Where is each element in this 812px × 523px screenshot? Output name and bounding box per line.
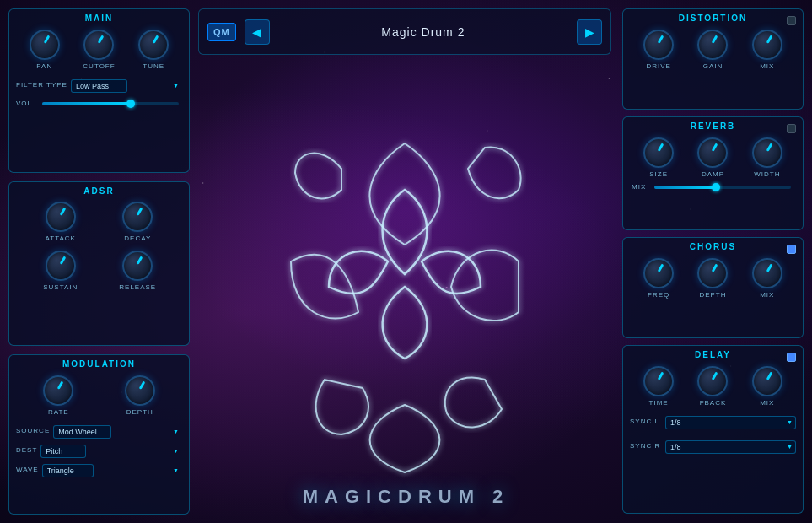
reverb-mix-row: MIX xyxy=(623,183,803,197)
chorus-mix-knob[interactable] xyxy=(752,258,782,288)
sync-l-select[interactable]: 1/8 1/4 1/16 1/2 3/8 xyxy=(665,416,796,429)
qm-badge: QM xyxy=(207,23,236,41)
petal-center-bottom xyxy=(383,287,428,359)
sync-r-select[interactable]: 1/8 1/4 1/16 1/2 3/8 xyxy=(665,440,796,454)
vol-label: VOL xyxy=(16,100,32,107)
source-select[interactable]: Mod Wheel LFO Velocity Aftertouch xyxy=(53,425,111,439)
delay-indicator[interactable] xyxy=(787,353,796,362)
mod-depth-knob-container: DEPTH xyxy=(125,375,155,416)
delay-knob-row: TIME FBACK MIX xyxy=(623,361,803,412)
sync-l-wrapper: 1/8 1/4 1/16 1/2 3/8 xyxy=(665,413,796,429)
reverb-mix-thumb[interactable] xyxy=(712,183,720,191)
release-container: RELEASE xyxy=(104,251,173,291)
tune-knob[interactable] xyxy=(138,30,169,60)
chorus-depth-knob[interactable] xyxy=(697,258,728,288)
cutoff-knob-container: CUTOFF xyxy=(83,30,115,70)
chorus-depth-label: DEPTH xyxy=(699,291,726,299)
width-knob-container: WIDTH xyxy=(752,137,782,178)
vol-row: VOL xyxy=(9,94,189,116)
mod-depth-label: DEPTH xyxy=(126,408,153,416)
source-wrapper: Mod Wheel LFO Velocity Aftertouch xyxy=(53,423,182,439)
release-label: RELEASE xyxy=(119,283,156,291)
dest-select[interactable]: Pitch Filter Volume Pan xyxy=(40,445,86,458)
attack-label: ATTACK xyxy=(46,235,76,242)
preset-name: Magic Drum 2 xyxy=(278,25,568,39)
chorus-knob-row: FREQ DEPTH MIX xyxy=(623,253,803,304)
chorus-mix-label: MIX xyxy=(760,291,774,299)
prev-button[interactable]: ◀ xyxy=(245,19,270,45)
next-button[interactable]: ▶ xyxy=(577,19,602,45)
tune-knob-container: TUNE xyxy=(138,30,169,70)
main-knob-row: PAN CUTOFF TUNE xyxy=(9,24,189,75)
decay-knob[interactable] xyxy=(122,202,153,232)
delay-mix-knob[interactable] xyxy=(752,366,782,396)
chorus-indicator[interactable] xyxy=(787,245,796,254)
fback-knob-container: FBACK xyxy=(697,366,728,407)
wave-row: WAVE Triangle Sine Square Sawtooth xyxy=(9,460,189,479)
width-knob[interactable] xyxy=(752,137,782,168)
freq-knob[interactable] xyxy=(643,258,674,288)
filter-type-row: FILTER TYPE Low Pass High Pass Band Pass… xyxy=(9,75,189,94)
dest-wrapper: Pitch Filter Volume Pan xyxy=(40,442,182,458)
mod-panel: MODULATION RATE DEPTH SOURCE Mod Wheel L… xyxy=(8,354,190,515)
delay-mix-label: MIX xyxy=(760,399,774,407)
chorus-mix-knob-container: MIX xyxy=(752,258,782,299)
mod-title: MODULATION xyxy=(9,355,189,370)
decay-container: DECAY xyxy=(104,202,173,242)
main-panel: MAIN PAN CUTOFF TUNE FILTER TYPE Low Pas… xyxy=(8,8,190,173)
chorus-title: CHORUS xyxy=(623,238,803,253)
petal-bottom-right xyxy=(445,377,502,427)
sustain-label: SUSTAIN xyxy=(43,283,78,291)
reverb-indicator xyxy=(787,124,796,133)
fback-knob[interactable] xyxy=(697,366,728,396)
dist-mix-knob[interactable] xyxy=(752,30,782,60)
dist-mix-knob-container: MIX xyxy=(752,30,782,70)
damp-knob-container: DAMP xyxy=(697,137,728,178)
petal-top xyxy=(369,143,439,245)
vol-slider-fill xyxy=(42,102,131,105)
sync-r-wrapper: 1/8 1/4 1/16 1/2 3/8 xyxy=(665,438,796,454)
release-knob[interactable] xyxy=(122,251,153,281)
dist-gain-knob[interactable] xyxy=(697,30,728,60)
tune-label: TUNE xyxy=(143,62,164,70)
filter-type-label: FILTER TYPE xyxy=(16,81,67,89)
time-knob[interactable] xyxy=(643,366,674,396)
petal-center-top xyxy=(383,190,428,274)
wave-select[interactable]: Triangle Sine Square Sawtooth xyxy=(42,464,94,477)
attack-container: ATTACK xyxy=(26,202,95,242)
cutoff-label: CUTOFF xyxy=(83,62,115,70)
mod-knob-row: RATE DEPTH xyxy=(9,370,189,421)
sustain-knob[interactable] xyxy=(46,251,76,281)
delay-mix-knob-container: MIX xyxy=(752,366,782,407)
mod-depth-knob[interactable] xyxy=(125,375,155,406)
drive-knob[interactable] xyxy=(643,30,674,60)
vol-slider-track[interactable] xyxy=(42,102,179,105)
delay-panel: DELAY TIME FBACK MIX SYNC L 1/8 1/4 1/16… xyxy=(622,345,804,514)
size-label: SIZE xyxy=(649,170,668,178)
petal-right xyxy=(451,251,519,321)
filter-type-wrapper: Low Pass High Pass Band Pass Notch xyxy=(71,77,182,93)
petal-top-left xyxy=(295,153,341,198)
dist-gain-knob-container: GAIN xyxy=(697,30,728,70)
rate-knob-container: RATE xyxy=(43,375,73,416)
petal-center-left xyxy=(329,251,388,294)
damp-knob[interactable] xyxy=(697,137,728,168)
attack-knob[interactable] xyxy=(46,202,76,232)
reverb-mix-label: MIX xyxy=(632,183,646,191)
pan-knob[interactable] xyxy=(30,30,60,60)
main-app-title: MagicDrum 2 xyxy=(303,486,510,508)
dest-label: DEST xyxy=(16,446,37,454)
distortion-indicator xyxy=(787,16,796,25)
filter-type-select[interactable]: Low Pass High Pass Band Pass Notch xyxy=(71,79,127,93)
cutoff-knob[interactable] xyxy=(83,30,114,60)
reverb-mix-slider[interactable] xyxy=(654,186,791,189)
reverb-panel: REVERB SIZE DAMP WIDTH MIX xyxy=(622,116,804,230)
distortion-knob-row: DRIVE GAIN MIX xyxy=(623,24,803,75)
rate-knob[interactable] xyxy=(43,375,73,406)
vol-slider-thumb[interactable] xyxy=(126,100,135,108)
sustain-container: SUSTAIN xyxy=(26,251,95,291)
dest-row: DEST Pitch Filter Volume Pan xyxy=(9,440,189,460)
sync-r-row: SYNC R 1/8 1/4 1/16 1/2 3/8 xyxy=(623,436,803,456)
size-knob[interactable] xyxy=(643,137,674,168)
width-label: WIDTH xyxy=(754,170,780,178)
